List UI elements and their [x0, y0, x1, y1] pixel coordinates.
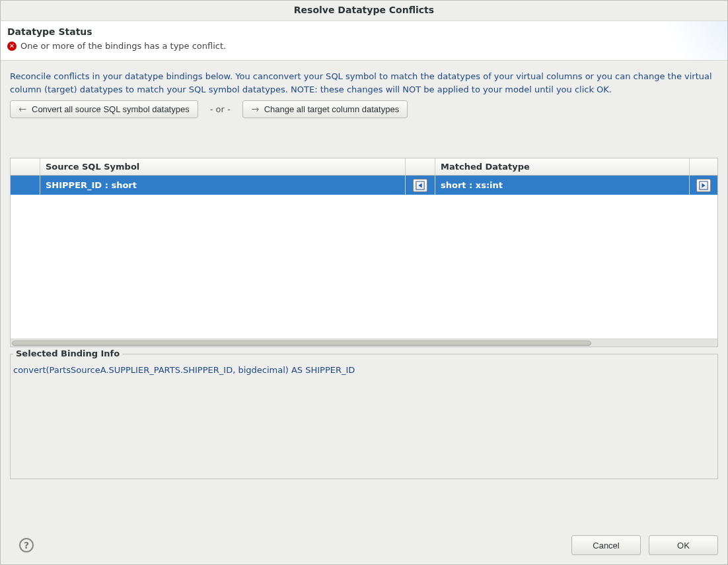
arrow-left-boxed-icon [416, 181, 425, 190]
bindings-table: Source SQL Symbol Matched Datatype SHIPP… [10, 158, 718, 347]
cell-matched-datatype: short : xs:int [435, 176, 690, 195]
cell-source-symbol: SHIPPER_ID : short [40, 176, 406, 195]
convert-left-button[interactable] [413, 179, 427, 192]
convert-all-source-button[interactable]: 🡐 Convert all source SQL symbol datatype… [10, 100, 198, 118]
column-header-matched[interactable]: Matched Datatype [435, 158, 690, 175]
arrow-left-icon: 🡐 [18, 105, 26, 114]
change-all-target-label: Change all target column datatypes [264, 104, 400, 114]
content-area: Reconcile conflicts in your datatype bin… [1, 61, 727, 527]
cell-convert-right [690, 176, 717, 195]
dialog-footer: ? Cancel OK [1, 527, 727, 564]
selected-binding-info-group: Selected Binding Info convert(PartsSourc… [10, 354, 718, 479]
table-body: SHIPPER_ID : short short : xs:int [11, 176, 717, 339]
instructions-text: Reconcile conflicts in your datatype bin… [10, 70, 718, 96]
scrollbar-thumb[interactable] [12, 341, 591, 346]
bulk-action-row: 🡐 Convert all source SQL symbol datatype… [10, 100, 718, 118]
group-legend: Selected Binding Info [13, 349, 122, 358]
horizontal-scrollbar[interactable] [11, 339, 717, 347]
cell-convert-left [406, 176, 435, 195]
convert-all-source-label: Convert all source SQL symbol datatypes [32, 104, 190, 114]
ok-button[interactable]: OK [649, 535, 718, 555]
status-message: One or more of the bindings has a type c… [20, 41, 226, 51]
column-header-source[interactable]: Source SQL Symbol [40, 158, 406, 175]
header-panel: Datatype Status ✕ One or more of the bin… [1, 20, 727, 61]
dialog-title: Resolve Datatype Conflicts [1, 1, 727, 20]
cancel-button[interactable]: Cancel [571, 535, 641, 555]
header-decoration [648, 20, 727, 61]
table-header-spacer [11, 158, 40, 175]
table-header-action-spacer-2 [690, 158, 717, 175]
resolve-datatype-conflicts-dialog: Resolve Datatype Conflicts Datatype Stat… [0, 0, 728, 565]
section-title: Datatype Status [7, 26, 721, 37]
row-indent [11, 176, 40, 195]
change-all-target-button[interactable]: 🡒 Change all target column datatypes [242, 100, 408, 118]
arrow-right-boxed-icon [699, 181, 708, 190]
table-row[interactable]: SHIPPER_ID : short short : xs:int [11, 176, 717, 195]
table-header-action-spacer-1 [406, 158, 435, 175]
arrow-right-icon: 🡒 [251, 105, 259, 114]
error-icon: ✕ [7, 42, 17, 51]
binding-expression-text: convert(PartsSourceA.SUPPLIER_PARTS.SHIP… [13, 362, 715, 375]
table-header-row: Source SQL Symbol Matched Datatype [11, 158, 717, 176]
convert-right-button[interactable] [696, 179, 711, 192]
or-separator: - or - [210, 104, 231, 114]
status-line: ✕ One or more of the bindings has a type… [7, 41, 721, 51]
help-icon[interactable]: ? [19, 538, 34, 552]
